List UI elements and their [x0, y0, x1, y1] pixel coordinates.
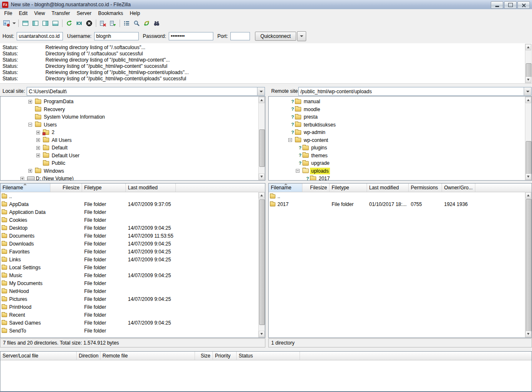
column-header-filename[interactable]: Filename — [0, 184, 50, 192]
disconnect-icon[interactable] — [98, 18, 108, 28]
menu-transfer[interactable]: Transfer — [48, 10, 73, 17]
username-input[interactable] — [94, 32, 139, 40]
filter-icon[interactable] — [122, 18, 132, 28]
file-row[interactable]: Local SettingsFile folder — [0, 263, 265, 271]
collapse-icon[interactable] — [28, 123, 32, 127]
file-row[interactable]: AppDataFile folder14/07/2009 9:37:05 — [0, 200, 265, 208]
local-list-scrollbar[interactable] — [258, 192, 265, 337]
tree-item-windows[interactable]: Windows — [0, 167, 265, 175]
expand-icon[interactable] — [36, 138, 40, 142]
scroll-up-button[interactable] — [525, 192, 531, 198]
scrollbar-thumb[interactable] — [259, 199, 265, 325]
port-input[interactable] — [230, 32, 250, 40]
tree-item-wp-content[interactable]: wp-content — [269, 136, 532, 144]
file-row[interactable]: 2017File folder01/10/2017 18:...07551924… — [269, 200, 532, 208]
column-header-filetype[interactable]: Filetype — [82, 184, 126, 192]
tree-item-default-user[interactable]: Default User — [0, 152, 265, 160]
remote-site-dropdown-button[interactable] — [524, 87, 531, 95]
column-header-filesize[interactable]: Filesize — [50, 184, 82, 192]
scroll-up-button[interactable] — [259, 97, 265, 103]
local-site-combo[interactable]: C:\Users\Default\ — [27, 87, 265, 96]
menu-help[interactable]: Help — [126, 10, 143, 17]
minimize-button[interactable] — [491, 1, 503, 9]
scroll-down-button[interactable] — [259, 174, 265, 180]
expand-icon[interactable] — [36, 146, 40, 150]
file-row[interactable]: DocumentsFile folder14/07/2009 11:53:55 — [0, 232, 265, 240]
file-row[interactable]: FavoritesFile folder14/07/2009 9:04:25 — [0, 248, 265, 256]
expand-icon[interactable] — [28, 100, 32, 104]
column-header-last-modified[interactable]: Last modified — [367, 184, 409, 192]
file-row[interactable]: RecentFile folder — [0, 311, 265, 319]
scroll-down-button[interactable] — [525, 331, 531, 337]
tree-item-default[interactable]: Default — [0, 144, 265, 152]
file-row[interactable]: NetHoodFile folder — [0, 287, 265, 295]
menu-file[interactable]: File — [1, 10, 15, 17]
scroll-up-button[interactable] — [259, 192, 265, 198]
tree-item-2017[interactable]: ?2017 — [269, 175, 532, 181]
remote-list-scrollbar[interactable] — [525, 192, 532, 337]
quickconnect-button[interactable]: Quickconnect — [255, 32, 296, 41]
file-row[interactable]: PicturesFile folder14/07/2009 9:04:25 — [0, 295, 265, 303]
file-row[interactable]: PrintHoodFile folder — [0, 303, 265, 311]
expand-icon[interactable] — [20, 177, 24, 181]
tree-item-presta[interactable]: ?presta — [269, 113, 532, 121]
tree-item-recovery[interactable]: Recovery — [0, 106, 265, 114]
expand-icon[interactable] — [36, 131, 40, 134]
local-tree-scrollbar[interactable] — [258, 97, 265, 180]
toggle-message-log-icon[interactable] — [20, 18, 30, 28]
tree-item-public[interactable]: Public — [0, 159, 265, 167]
file-row[interactable]: SendToFile folder — [0, 327, 265, 335]
synchronized-browsing-icon[interactable] — [142, 18, 152, 28]
refresh-icon[interactable] — [64, 18, 74, 28]
scrollbar-thumb[interactable] — [259, 129, 265, 167]
file-row[interactable]: .. — [0, 192, 265, 200]
file-row[interactable]: Saved GamesFile folder14/07/2009 9:04:25 — [0, 319, 265, 327]
remote-tree-scrollbar[interactable] — [525, 97, 532, 180]
tree-item-d-new-volume[interactable]: D: (New Volume) — [0, 175, 265, 181]
file-row[interactable]: MusicFile folder14/07/2009 9:04:25 — [0, 271, 265, 279]
pane-splitter[interactable] — [0, 348, 532, 351]
toggle-local-tree-icon[interactable] — [30, 18, 40, 28]
site-manager-dropdown-icon[interactable] — [12, 18, 17, 28]
queue-column-direction[interactable]: Direction — [77, 352, 100, 360]
file-row[interactable]: .. — [269, 192, 532, 200]
file-row[interactable]: Application DataFile folder — [0, 208, 265, 216]
tree-item-terbuktisukses[interactable]: ?terbuktisukses — [269, 121, 532, 129]
scroll-down-button[interactable] — [525, 174, 531, 180]
expand-icon[interactable] — [36, 154, 40, 157]
expand-icon[interactable] — [28, 169, 32, 173]
column-header-owner-gro[interactable]: Owner/Gro... — [442, 184, 475, 192]
file-row[interactable]: My DocumentsFile folder — [0, 279, 265, 287]
site-manager-icon[interactable] — [2, 18, 12, 28]
tree-item-uploads[interactable]: uploads — [269, 167, 532, 175]
password-input[interactable] — [169, 32, 213, 40]
maximize-button[interactable] — [504, 1, 517, 9]
toggle-remote-tree-icon[interactable] — [40, 18, 50, 28]
toggle-queue-icon[interactable] — [50, 18, 60, 28]
vertical-splitter[interactable] — [265, 96, 268, 338]
tree-item-upgrade[interactable]: ?upgrade — [269, 159, 532, 167]
scroll-up-button[interactable] — [525, 44, 531, 50]
queue-column-server-local-file[interactable]: Server/Local file — [0, 352, 77, 360]
queue-column-priority[interactable]: Priority — [213, 352, 237, 360]
menu-view[interactable]: View — [31, 10, 48, 17]
tree-item-programdata[interactable]: ProgramData — [0, 98, 265, 106]
scrollbar-thumb[interactable] — [526, 141, 532, 174]
tree-item-2[interactable]: 2 — [0, 129, 265, 136]
toggle-queue-processing-icon[interactable] — [74, 18, 84, 28]
tree-item-moodle[interactable]: ?moodle — [269, 106, 532, 114]
reconnect-icon[interactable] — [108, 18, 118, 28]
file-row[interactable]: CookiesFile folder — [0, 216, 265, 224]
tree-item-system-volume-information[interactable]: System Volume Information — [0, 113, 265, 121]
find-files-icon[interactable] — [152, 18, 162, 28]
queue-column-size[interactable]: Size — [195, 352, 213, 360]
column-header-filename[interactable]: Filename — [269, 184, 302, 192]
column-header-last-modified[interactable]: Last modified — [126, 184, 176, 192]
tree-item-themes[interactable]: ?themes — [269, 152, 532, 160]
column-header-filesize[interactable]: Filesize — [302, 184, 330, 192]
tree-item-users[interactable]: Users — [0, 121, 265, 129]
file-row[interactable]: LinksFile folder14/07/2009 9:04:25 — [0, 256, 265, 263]
local-site-dropdown-button[interactable] — [257, 87, 265, 95]
tree-item-wp-admin[interactable]: ?wp-admin — [269, 129, 532, 136]
collapse-icon[interactable] — [288, 138, 292, 142]
